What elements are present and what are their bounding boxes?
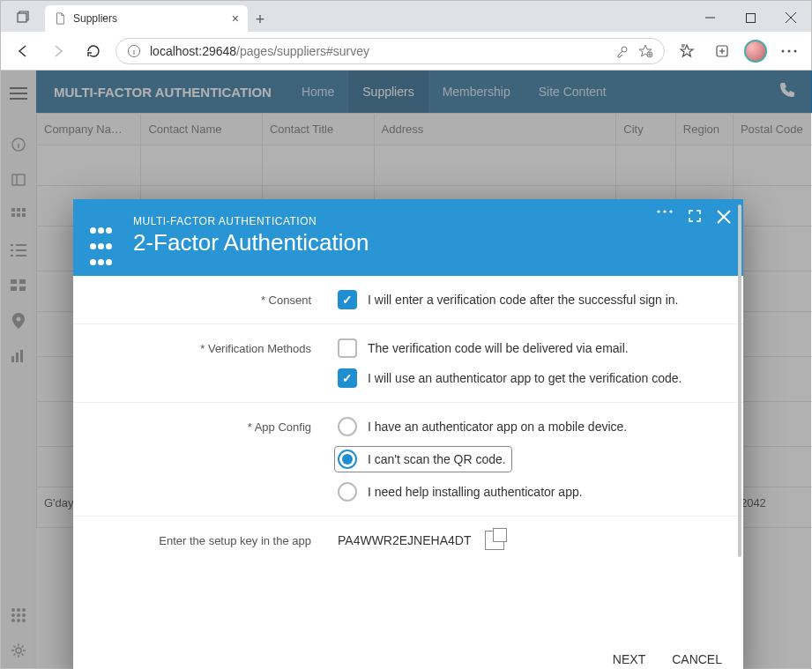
window-minimize-button[interactable] <box>689 4 730 32</box>
appconfig-label: * App Config <box>100 417 311 502</box>
browser-toolbar: localhost:29648/pages/suppliers#survey <box>1 32 811 71</box>
forward-button[interactable] <box>45 38 71 64</box>
svg-point-17 <box>782 49 785 52</box>
appconfig-opt1-text: I have an authenticator app on a mobile … <box>368 420 627 434</box>
appconfig-have-app-radio[interactable]: I have an authenticator app on a mobile … <box>338 417 717 436</box>
modal-scrollbar[interactable] <box>736 199 743 635</box>
browser-titlebar: Suppliers × + <box>1 1 811 32</box>
modal-title: 2-Factor Authentication <box>133 229 726 256</box>
method-app-text: I will use an authenticator app to get t… <box>368 371 682 385</box>
method-email-text: The verification code will be delivered … <box>368 341 629 355</box>
radio-selected-icon <box>338 450 357 469</box>
radio-unselected-icon <box>338 482 357 502</box>
address-bar[interactable]: localhost:29648/pages/suppliers#survey <box>115 38 665 64</box>
next-button[interactable]: NEXT <box>613 652 645 666</box>
appconfig-opt3-text: I need help installing authenticator app… <box>368 485 583 499</box>
modal-body: * Consent I will enter a verification co… <box>73 276 743 635</box>
consent-checkbox[interactable]: I will enter a verification code after t… <box>338 290 717 309</box>
modal-fullscreen-icon[interactable] <box>689 210 701 224</box>
radio-unselected-icon <box>338 417 357 436</box>
new-tab-button[interactable]: + <box>248 7 272 32</box>
methods-label: * Verification Methods <box>100 338 311 388</box>
setup-key-value: PA4WWR2EJNEHA4DT <box>338 533 471 547</box>
site-info-icon[interactable] <box>127 44 141 58</box>
modal-header: MULTI-FACTOR AUTHENTICATION 2-Factor Aut… <box>73 199 743 276</box>
svg-point-62 <box>657 210 659 212</box>
tab-title: Suppliers <box>73 12 117 25</box>
window-maximize-button[interactable] <box>730 4 771 32</box>
svg-rect-2 <box>746 13 755 22</box>
key-icon[interactable] <box>615 44 629 58</box>
modal-subtitle: MULTI-FACTOR AUTHENTICATION <box>133 215 726 227</box>
modal-footer: NEXT CANCEL <box>73 635 743 669</box>
appconfig-opt2-text: I can't scan the QR code. <box>368 452 506 466</box>
tab-close-icon[interactable]: × <box>232 11 239 26</box>
app-logo-icon <box>89 222 119 270</box>
browser-menu-button[interactable] <box>776 38 802 64</box>
reload-button[interactable] <box>80 38 107 64</box>
svg-point-64 <box>669 210 672 212</box>
consent-text: I will enter a verification code after t… <box>368 293 679 307</box>
url-text: localhost:29648/pages/suppliers#survey <box>150 44 606 58</box>
method-app-checkbox[interactable]: I will use an authenticator app to get t… <box>338 368 717 388</box>
copy-icon[interactable] <box>485 531 504 550</box>
profile-avatar[interactable] <box>744 40 767 63</box>
favorites-button[interactable] <box>674 38 700 64</box>
svg-point-18 <box>788 49 791 52</box>
favorite-icon[interactable] <box>637 43 653 59</box>
page-icon <box>54 12 66 25</box>
back-button[interactable] <box>10 38 36 64</box>
two-factor-modal: MULTI-FACTOR AUTHENTICATION 2-Factor Aut… <box>73 199 743 669</box>
svg-point-19 <box>794 49 797 52</box>
consent-label: * Consent <box>100 290 311 309</box>
modal-close-icon[interactable] <box>717 210 731 224</box>
collections-button[interactable] <box>709 38 735 64</box>
cancel-button[interactable]: CANCEL <box>672 652 722 666</box>
tabs-button[interactable] <box>1 1 45 32</box>
setup-label: Enter the setup key in the app <box>100 531 311 550</box>
checkbox-checked-icon <box>338 290 357 309</box>
checkbox-unchecked-icon <box>338 338 357 358</box>
appconfig-need-help-radio[interactable]: I need help installing authenticator app… <box>338 482 717 502</box>
checkbox-checked-icon <box>338 368 357 388</box>
svg-point-63 <box>663 210 666 212</box>
appconfig-cant-scan-radio[interactable]: I can't scan the QR code. <box>335 447 511 472</box>
window-close-button[interactable] <box>771 4 811 32</box>
svg-rect-0 <box>18 13 26 22</box>
method-email-checkbox[interactable]: The verification code will be delivered … <box>338 338 717 358</box>
modal-more-icon[interactable] <box>657 210 673 224</box>
browser-tab[interactable]: Suppliers × <box>45 5 248 32</box>
